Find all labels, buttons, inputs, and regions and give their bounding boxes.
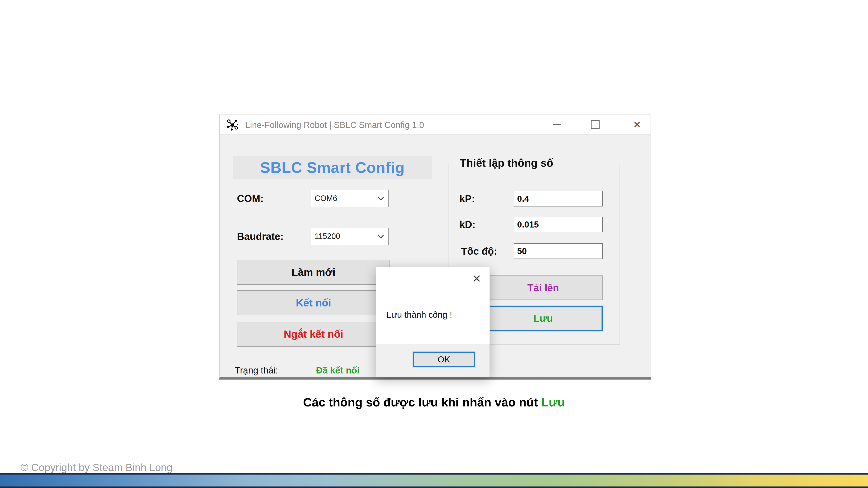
maximize-button[interactable] (588, 115, 603, 134)
baudrate-select[interactable]: 115200 (311, 228, 389, 245)
ok-button[interactable]: OK (413, 352, 475, 367)
minimize-icon (553, 124, 561, 125)
refresh-button[interactable]: Làm mới (237, 260, 390, 285)
com-label: COM: (237, 190, 264, 207)
kd-label: kD: (459, 217, 475, 232)
caption-text: Các thông số được lưu khi nhấn vào nút (303, 395, 541, 409)
baudrate-select-value: 115200 (311, 232, 377, 241)
chevron-down-icon (377, 196, 384, 201)
status-value: Đã kết nối (316, 364, 360, 377)
kd-input[interactable] (514, 217, 602, 232)
caption-highlight: Lưu (541, 395, 565, 409)
save-button[interactable]: Lưu (484, 306, 603, 331)
app-icon (226, 118, 239, 131)
save-success-dialog: ✕ Lưu thành công ! OK (376, 267, 490, 377)
status-label: Trạng thái: (235, 364, 278, 377)
connect-button[interactable]: Kết nối (237, 290, 390, 315)
params-legend: Thiết lập thông số (457, 157, 556, 169)
minimize-button[interactable] (549, 115, 564, 134)
copyright-text: © Copyright by Steam Binh Long (21, 461, 173, 474)
window-title: Line-Following Robot | SBLC Smart Config… (245, 115, 424, 135)
baudrate-label: Baudrate: (237, 228, 284, 245)
upload-button[interactable]: Tải lên (484, 275, 603, 300)
app-window: Line-Following Robot | SBLC Smart Config… (219, 115, 651, 380)
caption: Các thông số được lưu khi nhấn vào nút L… (0, 395, 868, 409)
com-select[interactable]: COM6 (311, 190, 389, 207)
speed-label: Tốc độ: (461, 243, 497, 259)
speed-input[interactable] (514, 243, 602, 259)
close-button[interactable]: ✕ (629, 115, 645, 134)
kp-label: kP: (459, 191, 475, 206)
app-banner: SBLC Smart Config (232, 156, 432, 179)
kp-input[interactable] (514, 191, 602, 206)
dialog-message: Lưu thành công ! (386, 310, 452, 320)
gradient-bar (0, 473, 868, 488)
dialog-footer: OK (376, 344, 490, 377)
page: Line-Following Robot | SBLC Smart Config… (0, 0, 868, 488)
maximize-icon (591, 120, 599, 129)
disconnect-button[interactable]: Ngắt kết nối (237, 322, 390, 347)
com-select-value: COM6 (311, 194, 377, 203)
titlebar[interactable]: Line-Following Robot | SBLC Smart Config… (220, 115, 651, 135)
close-icon: ✕ (633, 120, 641, 129)
dialog-close-icon[interactable]: ✕ (472, 273, 481, 284)
chevron-down-icon (377, 234, 384, 239)
